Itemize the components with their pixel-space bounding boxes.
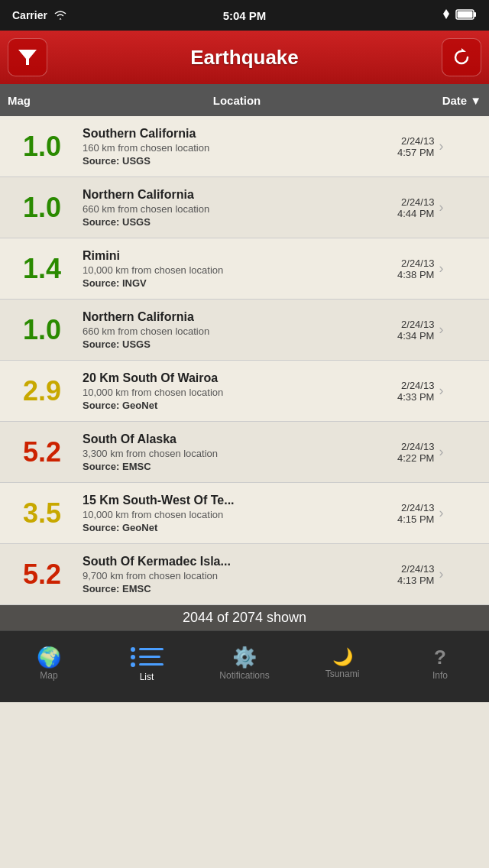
eq-source: Source: GeoNet (83, 522, 391, 533)
eq-datetime: 2/24/134:33 PM (397, 380, 434, 403)
eq-info: Northern California 660 km from chosen l… (76, 310, 397, 350)
carrier-label: Carrier (12, 9, 47, 21)
earthquake-row[interactable]: 5.2 South Of Kermadec Isla... 9,700 km f… (0, 544, 489, 605)
filter-button[interactable] (8, 38, 47, 76)
chevron-right-icon: › (439, 505, 443, 521)
eq-location: 20 Km South Of Wairoa (83, 371, 391, 385)
eq-location: Southern California (83, 127, 391, 141)
eq-source: Source: EMSC (83, 583, 391, 594)
location-col-header: Location (76, 94, 397, 107)
eq-info: 20 Km South Of Wairoa 10,000 km from cho… (76, 371, 397, 411)
eq-magnitude: 3.5 (8, 497, 76, 530)
eq-location: Rimini (83, 249, 391, 263)
eq-location: Northern California (83, 188, 391, 202)
tab-list[interactable]: List (98, 631, 196, 702)
eq-info: Northern California 660 km from chosen l… (76, 188, 397, 228)
eq-distance: 3,300 km from chosen location (83, 448, 391, 459)
eq-magnitude: 1.4 (8, 253, 76, 285)
app-header: Earthquake (0, 31, 489, 84)
eq-info: Rimini 10,000 km from chosen location So… (76, 249, 397, 289)
status-bar: Carrier 5:04 PM (0, 0, 489, 31)
sort-arrow-icon: ▼ (470, 94, 481, 107)
eq-distance: 660 km from chosen location (83, 203, 391, 215)
chevron-right-icon: › (439, 566, 443, 582)
chevron-right-icon: › (439, 383, 443, 399)
notifications-icon: ⚙️ (232, 647, 257, 667)
refresh-button[interactable] (442, 38, 481, 76)
chevron-right-icon: › (439, 199, 443, 215)
tab-bar: 🌍 Map List ⚙️ Notifications 🌙 Tsunami ? (0, 630, 489, 702)
chevron-right-icon: › (439, 322, 443, 338)
tab-tsunami[interactable]: 🌙 Tsunami (293, 631, 391, 702)
map-icon: 🌍 (37, 647, 61, 667)
eq-info: 15 Km South-West Of Te... 10,000 km from… (76, 494, 397, 533)
eq-distance: 660 km from chosen location (83, 326, 391, 337)
earthquake-list: 1.0 Southern California 160 km from chos… (0, 116, 489, 605)
eq-location: Northern California (83, 310, 391, 324)
earthquake-row[interactable]: 1.0 Southern California 160 km from chos… (0, 116, 489, 177)
earthquake-row[interactable]: 3.5 15 Km South-West Of Te... 10,000 km … (0, 483, 489, 544)
tab-map[interactable]: 🌍 Map (0, 631, 98, 702)
tab-tsunami-label: Tsunami (325, 669, 360, 679)
info-icon: ? (434, 647, 446, 667)
location-icon (442, 8, 451, 23)
chevron-right-icon: › (439, 261, 443, 277)
svg-marker-4 (461, 48, 466, 52)
earthquake-row[interactable]: 2.9 20 Km South Of Wairoa 10,000 km from… (0, 361, 489, 422)
earthquake-row[interactable]: 5.2 South Of Alaska 3,300 km from chosen… (0, 422, 489, 483)
eq-source: Source: USGS (83, 155, 391, 167)
eq-info: South Of Kermadec Isla... 9,700 km from … (76, 555, 397, 594)
svg-rect-2 (458, 11, 473, 18)
eq-datetime: 2/24/134:44 PM (397, 196, 434, 219)
eq-datetime: 2/24/134:34 PM (397, 319, 434, 342)
column-headers: Mag Location Date ▼ (0, 84, 489, 116)
eq-datetime: 2/24/134:22 PM (397, 441, 434, 464)
status-time: 5:04 PM (223, 9, 267, 22)
chevron-right-icon: › (439, 444, 443, 460)
eq-date-col: 2/24/134:44 PM › (397, 196, 481, 219)
eq-distance: 9,700 km from chosen location (83, 570, 391, 581)
eq-distance: 10,000 km from chosen location (83, 509, 391, 520)
eq-date-col: 2/24/134:34 PM › (397, 319, 481, 342)
eq-magnitude: 5.2 (8, 436, 76, 468)
earthquake-row[interactable]: 1.4 Rimini 10,000 km from chosen locatio… (0, 238, 489, 300)
eq-location: 15 Km South-West Of Te... (83, 494, 391, 507)
eq-datetime: 2/24/134:15 PM (397, 502, 434, 525)
tab-notifications-label: Notifications (219, 670, 269, 681)
list-icon (131, 646, 164, 669)
tab-notifications[interactable]: ⚙️ Notifications (196, 631, 293, 702)
tab-map-label: Map (40, 670, 57, 681)
eq-date-col: 2/24/134:13 PM › (397, 563, 481, 586)
eq-source: Source: USGS (83, 338, 391, 350)
tab-list-label: List (140, 672, 154, 682)
tab-info-label: Info (432, 670, 448, 681)
count-bar: 2044 of 2074 shown (0, 605, 489, 630)
eq-source: Source: EMSC (83, 461, 391, 472)
wifi-icon (53, 9, 67, 22)
eq-source: Source: USGS (83, 216, 391, 228)
svg-marker-3 (18, 50, 37, 65)
eq-distance: 10,000 km from chosen location (83, 264, 391, 276)
eq-date-col: 2/24/134:38 PM › (397, 257, 481, 280)
svg-rect-1 (474, 12, 476, 17)
earthquake-row[interactable]: 1.0 Northern California 660 km from chos… (0, 177, 489, 238)
eq-date-col: 2/24/134:33 PM › (397, 380, 481, 403)
eq-date-col: 2/24/134:57 PM › (397, 135, 481, 158)
app-title: Earthquake (190, 46, 299, 70)
eq-date-col: 2/24/134:15 PM › (397, 502, 481, 525)
eq-datetime: 2/24/134:13 PM (397, 563, 434, 586)
tab-info[interactable]: ? Info (391, 631, 489, 702)
mag-col-header: Mag (8, 94, 76, 107)
eq-magnitude: 1.0 (8, 192, 76, 224)
eq-info: South Of Alaska 3,300 km from chosen loc… (76, 432, 397, 472)
eq-magnitude: 1.0 (8, 314, 76, 346)
eq-distance: 160 km from chosen location (83, 142, 391, 154)
earthquake-row[interactable]: 1.0 Northern California 660 km from chos… (0, 300, 489, 361)
battery-icon (455, 9, 477, 22)
status-right (442, 8, 477, 23)
eq-distance: 10,000 km from chosen location (83, 387, 391, 398)
eq-source: Source: GeoNet (83, 400, 391, 411)
eq-datetime: 2/24/134:57 PM (397, 135, 434, 158)
status-left: Carrier (12, 9, 67, 22)
date-col-header[interactable]: Date ▼ (397, 94, 481, 107)
